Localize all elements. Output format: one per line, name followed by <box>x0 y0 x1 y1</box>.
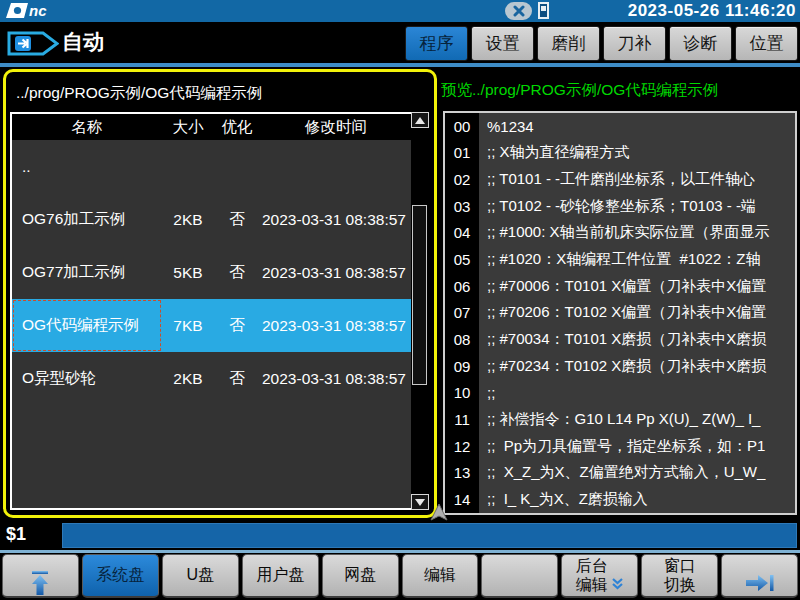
file-list-scrollbar[interactable] <box>411 112 429 510</box>
mdi-command-input[interactable] <box>62 523 797 548</box>
tab-program[interactable]: 程序 <box>405 26 468 61</box>
current-path: ../prog/PROG示例/OG代码编程示例 <box>16 83 262 104</box>
table-row[interactable]: OG76加工示例 2KB 否 2023-03-31 08:38:57 <box>12 193 412 246</box>
arrow-up-to-parent-icon <box>29 550 51 600</box>
code-line: 03;; T0102 - -砂轮修整坐标系；T0103 - -端 <box>445 193 795 220</box>
file-browser-panel: ../prog/PROG示例/OG代码编程示例 名称 大小 优化 修改时间 ..… <box>3 69 437 518</box>
code-line: 11;; 补偿指令：G10 L14 Pp X(U)_ Z(W)_ I_ <box>445 406 795 433</box>
code-line: 09;; #70234：T0102 X磨损（刀补表中X磨损 <box>445 353 795 380</box>
softkey-system-disk[interactable]: 系统盘 <box>82 554 159 598</box>
code-line: 12;; Pp为刀具偏置号，指定坐标系，如：P1 <box>445 433 795 460</box>
svg-text:nc: nc <box>29 2 47 19</box>
code-line: 08;; #70034：T0101 X磨损（刀补表中X磨损 <box>445 326 795 353</box>
code-line: 02;; T0101 - -工件磨削坐标系，以工件轴心 <box>445 166 795 193</box>
battery-icon <box>538 2 549 19</box>
code-line: 00%1234 <box>445 113 795 140</box>
auto-mode-icon <box>7 29 59 62</box>
scrollbar-thumb[interactable] <box>412 205 427 385</box>
nav-bar: 自动 程序 设置 磨削 刀补 诊断 位置 <box>0 22 800 64</box>
table-row[interactable]: O异型砂轮 2KB 否 2023-03-31 08:38:57 <box>12 352 412 405</box>
preview-title: 预览../prog/PROG示例/OG代码编程示例 <box>441 80 797 101</box>
scroll-down-arrow-icon[interactable] <box>411 494 429 510</box>
softkey-usb-disk[interactable]: U盘 <box>162 554 239 598</box>
column-header-optimized: 优化 <box>214 117 260 138</box>
code-line: 10;; <box>445 380 795 407</box>
softkey-bar: 系统盘 U盘 用户盘 网盘 编辑 后台 编辑 窗口 切换 <box>0 553 800 600</box>
tab-position[interactable]: 位置 <box>735 26 798 61</box>
code-line: 04;; #1000: X轴当前机床实际位置（界面显示 <box>445 220 795 247</box>
softkey-up-directory[interactable] <box>2 554 79 598</box>
code-line: 14;; I_ K_为X、Z磨损输入 <box>445 486 795 513</box>
softkey-edit[interactable]: 编辑 <box>402 554 479 598</box>
cursor-pointer <box>428 503 450 525</box>
softkey-user-disk[interactable]: 用户盘 <box>242 554 319 598</box>
tab-tool-comp[interactable]: 刀补 <box>603 26 666 61</box>
scroll-up-arrow-icon[interactable] <box>411 112 429 128</box>
table-row-parent-dir[interactable]: .. <box>12 140 412 193</box>
code-line: 05;; #1020：X轴编程工件位置 #1022：Z轴 <box>445 246 795 273</box>
code-preview-box[interactable]: 00%1234 01;; X轴为直径编程方式 02;; T0101 - -工件磨… <box>443 111 797 515</box>
code-line: 01;; X轴为直径编程方式 <box>445 140 795 167</box>
top-separator <box>0 63 800 67</box>
column-header-size: 大小 <box>162 117 214 138</box>
softkey-empty[interactable] <box>481 554 558 598</box>
code-preview-panel: 预览../prog/PROG示例/OG代码编程示例 00%1234 01;; X… <box>440 69 798 518</box>
code-line: 07;; #70206：T0102 X偏置（刀补表中X偏置 <box>445 300 795 327</box>
code-line: 13;; X_Z_为X、Z偏置绝对方式输入，U_W_ <box>445 460 795 487</box>
softkey-next-menu[interactable] <box>721 554 798 598</box>
tab-grinding[interactable]: 磨削 <box>537 26 600 61</box>
channel-label: $1 <box>6 524 26 545</box>
tab-settings[interactable]: 设置 <box>471 26 534 61</box>
tab-bar: 程序 设置 磨削 刀补 诊断 位置 <box>405 26 798 61</box>
softkey-net-disk[interactable]: 网盘 <box>322 554 399 598</box>
code-line: 06;; #70006：T0101 X偏置（刀补表中X偏置 <box>445 273 795 300</box>
softkey-window-switch[interactable]: 窗口 切换 <box>641 554 718 598</box>
arrow-right-end-icon <box>744 553 776 598</box>
file-table: 名称 大小 优化 修改时间 .. OG76加工示例 2KB 否 2023-03-… <box>10 112 414 510</box>
mode-label: 自动 <box>62 28 104 56</box>
chevron-double-down-icon <box>611 557 624 594</box>
column-header-mtime: 修改时间 <box>260 117 412 138</box>
tab-diagnosis[interactable]: 诊断 <box>669 26 732 61</box>
table-row[interactable]: OG77加工示例 5KB 否 2023-03-31 08:38:57 <box>12 246 412 299</box>
top-status-bar: nc 2023-05-26 11:46:20 <box>0 0 800 22</box>
table-row-selected[interactable]: OG代码编程示例 7KB 否 2023-03-31 08:38:57 <box>12 299 412 352</box>
command-bar: $1 <box>0 520 800 550</box>
softkey-background-edit[interactable]: 后台 编辑 <box>561 554 638 598</box>
system-datetime: 2023-05-26 11:46:20 <box>628 0 796 22</box>
column-header-name: 名称 <box>12 117 162 138</box>
close-icon[interactable] <box>505 2 532 20</box>
file-table-header: 名称 大小 优化 修改时间 <box>12 114 412 140</box>
